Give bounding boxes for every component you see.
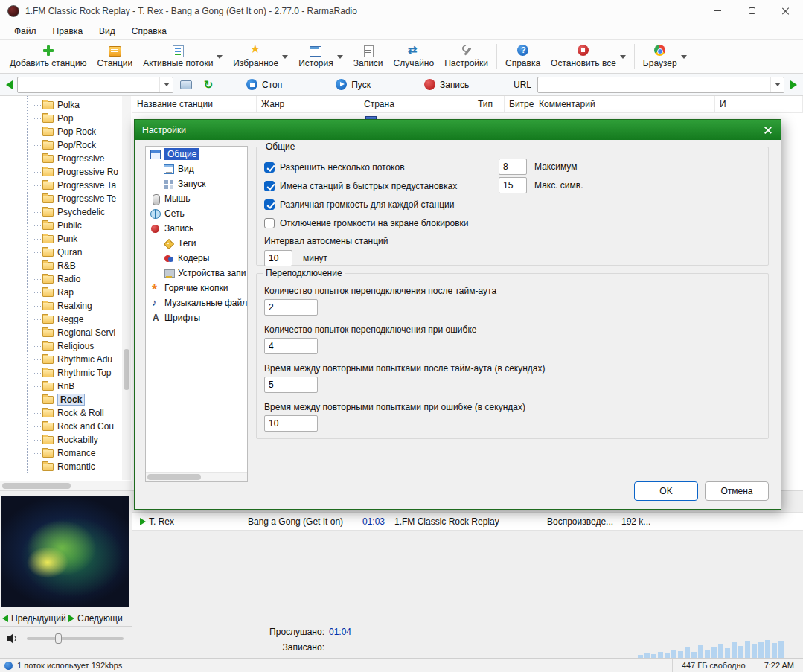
dropdown-caret-icon[interactable] xyxy=(217,55,223,59)
settings-tree-item-network[interactable]: Сеть xyxy=(146,206,247,221)
toolbar-button-stations[interactable]: Станции xyxy=(92,43,138,70)
genre-tree-item[interactable]: RnB xyxy=(0,380,121,393)
nav-back-icon[interactable] xyxy=(6,80,13,89)
checkbox[interactable] xyxy=(264,181,275,191)
volume-icon[interactable] xyxy=(6,633,19,644)
nav-go-icon[interactable] xyxy=(790,80,797,89)
toolbar-button-stop-all[interactable]: Остановить все xyxy=(546,43,631,70)
genre-tree-item[interactable]: Pop Rock xyxy=(0,125,121,138)
sidebar-horizontal-scrollbar[interactable] xyxy=(0,481,132,490)
genre-tree-item[interactable]: Rhythmic Top xyxy=(0,366,121,380)
settings-tree-item-tags[interactable]: Теги xyxy=(146,236,247,251)
genre-tree-item[interactable]: Psychedelic xyxy=(0,205,121,219)
checkbox[interactable] xyxy=(264,218,275,228)
toolbar-button-settings[interactable]: Настройки xyxy=(439,43,493,70)
scrollbar-thumb[interactable] xyxy=(124,349,129,390)
interval-input[interactable] xyxy=(264,250,292,266)
column-header[interactable]: Жанр xyxy=(257,96,359,112)
column-header[interactable]: Тип xyxy=(473,96,505,112)
genre-tree-item[interactable]: Pop xyxy=(0,112,121,125)
checkbox[interactable] xyxy=(264,162,275,173)
toolbar-button-active-streams[interactable]: Активные потоки xyxy=(138,43,228,70)
dialog-close-icon[interactable] xyxy=(763,125,773,135)
cancel-button[interactable]: Отмена xyxy=(705,481,769,501)
genre-tree-item[interactable]: Progressive Ta xyxy=(0,179,121,192)
url-dropdown-button[interactable] xyxy=(770,77,784,92)
reconnect-input[interactable] xyxy=(264,299,318,316)
scrollbar-thumb[interactable] xyxy=(147,474,201,480)
genre-tree-item[interactable]: Progressive Ro xyxy=(0,165,121,179)
toolbar-button-add-station[interactable]: Добавить станцию xyxy=(4,43,92,70)
url-input[interactable] xyxy=(538,77,770,92)
genre-tree-item[interactable]: Regional Servi xyxy=(0,326,121,339)
toolbar-button-history[interactable]: История xyxy=(293,43,348,70)
toolbar-button-random[interactable]: Случайно xyxy=(388,43,440,70)
toolbar-button-favorites[interactable]: Избранное xyxy=(228,43,293,70)
genre-tree-item[interactable]: Romantic xyxy=(0,460,121,473)
genre-tree-item[interactable]: Progressive Te xyxy=(0,192,121,205)
genre-tree-item[interactable]: Rock & Roll xyxy=(0,406,121,420)
genre-tree-item[interactable]: Rhythmic Adu xyxy=(0,353,121,366)
refresh-button[interactable]: ↻ xyxy=(199,77,218,93)
dropdown-caret-icon[interactable] xyxy=(337,55,343,59)
reconnect-input[interactable] xyxy=(264,377,318,393)
scrollbar-thumb[interactable] xyxy=(2,483,71,489)
next-station-button[interactable]: Следующи xyxy=(66,610,132,626)
genre-tree-item[interactable]: Public xyxy=(0,219,121,232)
toolbar-button-browser[interactable]: Браузер xyxy=(638,43,692,70)
sidebar-vertical-scrollbar[interactable] xyxy=(122,96,131,480)
menu-file[interactable]: Файл xyxy=(6,24,45,39)
genre-tree-item[interactable]: Realxing xyxy=(0,299,121,313)
column-header[interactable]: Страна xyxy=(359,96,473,112)
settings-tree-item-fonts[interactable]: Шрифты xyxy=(146,310,247,325)
genre-tree-item[interactable]: Polka xyxy=(0,98,121,112)
settings-tree-item-record[interactable]: Запись xyxy=(146,221,247,236)
maximize-button[interactable] xyxy=(735,0,769,22)
now-playing-row[interactable]: T. Rex Bang a Gong (Get It on) 01:03 1.F… xyxy=(132,512,803,531)
reconnect-input[interactable] xyxy=(264,338,318,354)
genre-tree-item[interactable]: Regge xyxy=(0,313,121,326)
reconnect-input[interactable] xyxy=(264,415,318,432)
genre-tree-item[interactable]: Radio xyxy=(0,272,121,286)
search-combobox[interactable] xyxy=(17,77,173,93)
settings-tree-item-startup[interactable]: Запуск xyxy=(146,176,247,191)
genre-tree-item[interactable]: Quran xyxy=(0,246,121,259)
column-header[interactable]: Название станции xyxy=(132,96,257,112)
volume-slider[interactable] xyxy=(27,637,124,640)
previous-station-button[interactable]: Предыдущий xyxy=(0,610,66,626)
settings-tree-item-mouse[interactable]: Мышь xyxy=(146,191,247,206)
title-bar[interactable]: 1.FM Classic Rock Replay - T. Rex - Bang… xyxy=(0,0,803,22)
dropdown-caret-icon[interactable] xyxy=(620,55,626,59)
genre-tree-item[interactable]: Rock and Cou xyxy=(0,420,121,433)
number-input[interactable] xyxy=(499,159,527,175)
menu-help[interactable]: Справка xyxy=(124,24,175,39)
column-header[interactable]: И xyxy=(715,96,803,112)
number-input[interactable] xyxy=(499,177,527,193)
toolbar-button-recordings[interactable]: Записи xyxy=(348,43,388,70)
settings-tree-item-view[interactable]: Вид xyxy=(146,161,247,176)
genre-tree-item[interactable]: Rap xyxy=(0,286,121,299)
menu-edit[interactable]: Правка xyxy=(45,24,92,39)
genre-tree-item[interactable]: Progressive xyxy=(0,152,121,165)
menu-view[interactable]: Вид xyxy=(91,24,124,39)
toolbar-button-help[interactable]: Справка xyxy=(500,43,546,70)
settings-tree-item-record-devices[interactable]: Устройства запи xyxy=(146,266,247,281)
play-button[interactable]: Пуск xyxy=(336,79,371,90)
genre-tree-item[interactable]: Pop/Rock xyxy=(0,138,121,152)
settings-tree-item-general[interactable]: Общие xyxy=(146,147,247,161)
genre-tree-item[interactable]: R&B xyxy=(0,259,121,272)
search-input[interactable] xyxy=(18,77,159,92)
genre-tree-item[interactable]: Religious xyxy=(0,339,121,353)
search-dropdown-button[interactable] xyxy=(159,77,173,92)
tree-horizontal-scrollbar[interactable] xyxy=(146,472,247,481)
genre-tree-item[interactable]: Rockabilly xyxy=(0,433,121,447)
dropdown-caret-icon[interactable] xyxy=(282,55,288,59)
display-mode-button[interactable] xyxy=(176,77,196,93)
stop-button[interactable]: Стоп xyxy=(246,79,282,90)
settings-tree-item-encoders[interactable]: Кодеры xyxy=(146,251,247,266)
record-button[interactable]: Запись xyxy=(424,79,469,90)
genre-tree-item[interactable]: Romance xyxy=(0,447,121,460)
dropdown-caret-icon[interactable] xyxy=(681,55,687,59)
genre-tree-item[interactable]: Rock xyxy=(0,393,121,406)
volume-slider-thumb[interactable] xyxy=(55,633,62,644)
